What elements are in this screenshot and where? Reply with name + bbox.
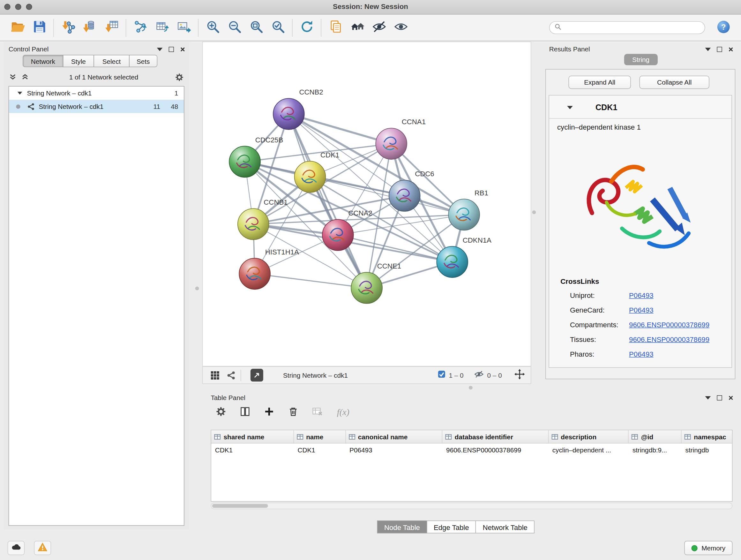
network-node-CDKN1A[interactable]: CDKN1A (436, 236, 491, 278)
title-bar: Session: New Session (0, 0, 741, 15)
uniprot-link[interactable]: P06493 (629, 291, 654, 299)
crosslink-row: Pharos: P06493 (549, 350, 732, 365)
zoom-selected-button[interactable] (267, 17, 289, 39)
network-node-label: CCNB2 (299, 88, 323, 96)
network-collection-row[interactable]: String Network – cdk1 1 (9, 86, 184, 100)
delete-column-button[interactable] (285, 404, 301, 420)
search-field[interactable] (549, 21, 705, 34)
export-image-button[interactable] (173, 17, 195, 39)
import-network-file-button[interactable] (57, 17, 79, 39)
import-network-file-icon (61, 19, 75, 36)
show-all-button[interactable] (390, 17, 412, 39)
float-panel-icon[interactable] (169, 47, 174, 52)
tab-style[interactable]: Style (63, 55, 94, 67)
birdseye-view-button[interactable] (251, 369, 263, 381)
edge-count: 48 (171, 103, 178, 110)
network-view[interactable]: CCNB2CCNA1CDC25BCDK1CDC6RB1CCNB1CCNA2CDK… (202, 42, 531, 366)
column-header-id[interactable]: @id (629, 430, 682, 443)
results-tab-string[interactable]: String (624, 54, 658, 65)
close-panel-icon[interactable] (180, 47, 185, 52)
tab-select[interactable]: Select (93, 55, 130, 67)
network-options-gear-icon[interactable] (174, 72, 184, 82)
column-header-description[interactable]: description (549, 430, 629, 443)
right-splitter-handle[interactable] (532, 210, 536, 214)
cloud-button[interactable] (8, 541, 24, 555)
help-button[interactable]: ? (713, 17, 734, 39)
bottom-splitter-handle[interactable] (469, 386, 473, 389)
copy-button[interactable] (325, 17, 346, 39)
compartments-link[interactable]: 9606.ENSP00000378699 (629, 320, 710, 328)
network-node-CCNB2[interactable]: CCNB2 (273, 88, 323, 130)
tab-node-table[interactable]: Node Table (377, 520, 427, 533)
collapse-table-icon[interactable] (705, 396, 711, 399)
network-node-RB1[interactable]: RB1 (448, 189, 488, 231)
network-edge-CCNB2-CCNA1[interactable] (289, 114, 391, 144)
float-table-icon[interactable] (717, 395, 722, 400)
collapse-all-icon[interactable] (9, 73, 17, 81)
show-columns-button[interactable] (237, 404, 253, 420)
gene-disclosure-icon[interactable] (567, 106, 573, 109)
column-header-canonical-name[interactable]: canonical name (346, 430, 442, 443)
network-edge-CCNA2-CDKN1A[interactable] (338, 235, 452, 262)
column-icon (631, 433, 638, 440)
collapse-all-button[interactable]: Collapse All (639, 76, 710, 89)
tab-network[interactable]: Network (23, 55, 63, 67)
refresh-button[interactable] (296, 17, 318, 39)
close-results-icon[interactable] (728, 47, 733, 52)
tissues-link[interactable]: 9606.ENSP00000378699 (629, 335, 710, 343)
expand-all-button[interactable]: Expand All (568, 76, 630, 89)
zoom-out-button[interactable] (223, 17, 245, 39)
gene-section-header[interactable]: CDK1 (549, 102, 732, 115)
network-canvas[interactable]: CCNB2CCNA1CDC25BCDK1CDC6RB1CCNB1CCNA2CDK… (203, 42, 531, 366)
tab-sets[interactable]: Sets (129, 55, 157, 67)
column-header-shared-name[interactable]: shared name (211, 430, 294, 443)
pan-crosshair-icon[interactable] (514, 369, 525, 381)
share-network-icon[interactable] (226, 370, 236, 380)
hidden-eye-icon[interactable] (474, 369, 484, 381)
collapse-panel-icon[interactable] (157, 48, 163, 51)
tab-edge-table[interactable]: Edge Table (427, 520, 476, 533)
application-window: Session: New Session ? (0, 0, 741, 560)
new-table-button[interactable] (151, 17, 173, 39)
network-node-CCNA1[interactable]: CCNA1 (376, 118, 426, 159)
import-table-button[interactable] (100, 17, 122, 39)
network-item-row[interactable]: String Network – cdk1 11 48 (9, 100, 184, 113)
memory-button[interactable]: Memory (684, 541, 732, 555)
disclosure-triangle-icon[interactable] (17, 91, 22, 95)
zoom-fit-button[interactable] (246, 17, 267, 39)
delete-table-button[interactable] (309, 404, 325, 420)
column-header-namespace[interactable]: namespac (682, 430, 732, 443)
network-node-HIST1H1A[interactable]: HIST1H1A (239, 248, 299, 290)
selected-checkbox-icon[interactable] (437, 370, 446, 380)
function-builder-button[interactable]: f(x) (337, 407, 349, 418)
collapse-results-icon[interactable] (705, 48, 711, 51)
trash-icon (287, 406, 299, 419)
save-session-button[interactable] (28, 17, 50, 39)
zoom-in-button[interactable] (202, 17, 223, 39)
pharos-link[interactable]: P06493 (629, 350, 654, 358)
network-edge-HIST1H1A-CCNE1[interactable] (255, 273, 367, 288)
scrollbar-thumb[interactable] (212, 504, 268, 508)
genecard-link[interactable]: P06493 (629, 306, 654, 314)
column-header-name[interactable]: name (294, 430, 346, 443)
close-table-icon[interactable] (728, 395, 733, 400)
table-options-button[interactable] (212, 404, 228, 420)
open-session-button[interactable] (7, 17, 28, 39)
float-results-icon[interactable] (717, 47, 722, 52)
cell-shared-name: CDK1 (211, 446, 294, 454)
tab-network-table[interactable]: Network Table (475, 520, 535, 533)
network-node-CDK1[interactable]: CDK1 (294, 151, 340, 192)
horizontal-scrollbar[interactable] (211, 503, 732, 509)
warnings-button[interactable] (34, 541, 51, 555)
left-splitter-handle[interactable] (195, 287, 199, 290)
column-header-database-identifier[interactable]: database identifier (442, 430, 549, 443)
hide-selected-button[interactable] (368, 17, 390, 39)
table-row[interactable]: CDK1 CDK1 P06493 9606.ENSP00000378699 cy… (211, 443, 732, 456)
new-network-from-selection-button[interactable] (130, 17, 151, 39)
grid-view-icon[interactable] (210, 370, 220, 380)
expand-all-icon[interactable] (21, 73, 29, 81)
add-column-button[interactable] (261, 404, 277, 420)
home-view-button[interactable] (346, 17, 368, 39)
search-input[interactable] (565, 23, 700, 32)
import-network-database-button[interactable] (79, 17, 100, 39)
